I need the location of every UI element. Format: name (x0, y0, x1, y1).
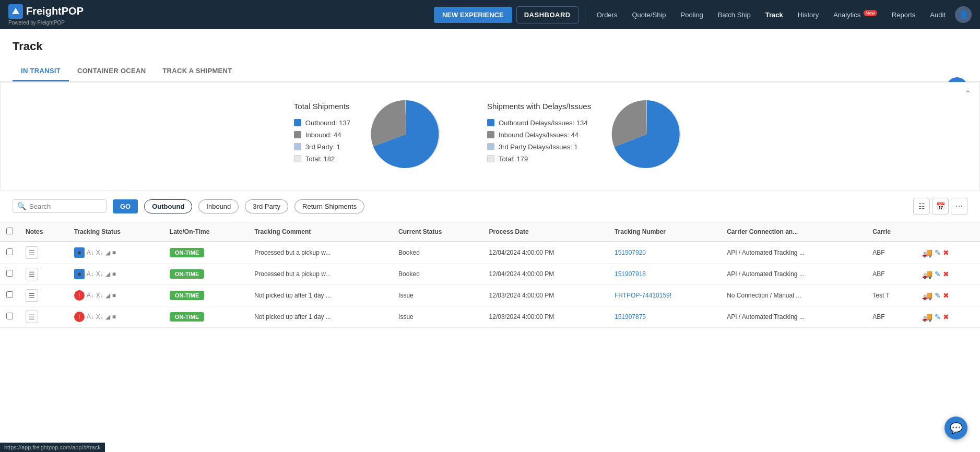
row-carrier-cell: Test T (866, 285, 916, 306)
notes-icon[interactable]: ☰ (26, 311, 38, 323)
tracking-number-link[interactable]: FRTPOP-74410159! (615, 292, 671, 299)
user-avatar[interactable]: 👤 (955, 6, 972, 23)
nav-orders[interactable]: Orders (592, 7, 623, 23)
collapse-button[interactable]: ⌃ (964, 89, 971, 99)
truck-icon[interactable]: 🚚 (922, 248, 932, 258)
legend-inbound-delays: Inbound Delays/Issues: 44 (487, 131, 591, 139)
tab-track-shipment[interactable]: TRACK A SHIPMENT (154, 62, 240, 81)
nav-history[interactable]: History (793, 7, 824, 23)
col-actions (916, 222, 980, 242)
tracking-number-link[interactable]: 151907918 (615, 270, 646, 278)
legend-dot-total-d (487, 155, 494, 162)
row-carrier-connection-cell: API / Automated Tracking ... (721, 242, 866, 264)
status-red-icon: ! (74, 312, 85, 322)
table-row: ☰ ! A↓ X↓ ◢ ■ ON-TIME Not picked up afte… (0, 285, 980, 306)
row-action-cell: 🚚 ✎ ✖ (916, 242, 980, 264)
select-all-checkbox[interactable] (6, 228, 13, 234)
delays-legend: Shipments with Delays/Issues Outbound De… (487, 102, 591, 167)
tracking-icon-3[interactable]: ◢ (105, 292, 110, 299)
filter-chip-return[interactable]: Return Shipments (294, 199, 364, 213)
nav-track[interactable]: Track (760, 7, 788, 23)
col-tracking-comment: Tracking Comment (248, 222, 392, 242)
more-options-button[interactable]: ⋯ (951, 198, 967, 215)
new-badge: New (864, 10, 877, 16)
truck-icon[interactable]: 🚚 (922, 312, 932, 322)
tracking-icon-4[interactable]: ■ (112, 249, 116, 256)
notes-icon[interactable]: ☰ (26, 289, 38, 302)
row-action-icons: 🚚 ✎ ✖ (922, 291, 974, 301)
tracking-icon-3[interactable]: ◢ (105, 270, 110, 278)
col-tracking-number: Tracking Number (608, 222, 721, 242)
logo: FreightPOP (8, 4, 84, 19)
go-button[interactable]: GO (113, 199, 138, 213)
row-tracking-status-cell: ! A↓ X↓ ◢ ■ (68, 285, 163, 306)
edit-icon[interactable]: ✎ (935, 270, 941, 278)
edit-icon[interactable]: ✎ (935, 248, 941, 257)
delete-icon[interactable]: ✖ (943, 313, 949, 321)
tracking-icon-1[interactable]: A↓ (87, 292, 94, 299)
page-content: Track IN TRANSIT CONTAINER OCEAN TRACK A… (0, 29, 980, 452)
filter-bar: 🔍 GO Outbound Inbound 3rd Party Return S… (0, 191, 980, 222)
status-blue-icon: ◾ (74, 247, 85, 258)
new-experience-button[interactable]: NEW EXPERIENCE (434, 7, 512, 23)
nav-pooling[interactable]: Pooling (675, 7, 708, 23)
on-time-badge: ON-TIME (170, 312, 204, 322)
tracking-icon-4[interactable]: ■ (112, 313, 116, 320)
tab-container-ocean[interactable]: CONTAINER OCEAN (69, 62, 154, 81)
tracking-icon-1[interactable]: A↓ (87, 270, 94, 278)
row-checkbox[interactable] (6, 313, 13, 319)
filter-chip-outbound[interactable]: Outbound (144, 199, 192, 213)
delete-icon[interactable]: ✖ (943, 291, 949, 300)
legend-dot-total (294, 155, 301, 162)
tracking-number-link[interactable]: 151907920 (615, 249, 646, 256)
total-shipments-legend: Total Shipments Outbound: 137 Inbound: 4… (294, 102, 350, 167)
tracking-icon-4[interactable]: ■ (112, 292, 116, 299)
truck-icon[interactable]: 🚚 (922, 269, 932, 279)
tab-in-transit[interactable]: IN TRANSIT (13, 62, 69, 81)
row-status-cell: Booked (392, 264, 482, 285)
row-checkbox-cell (0, 306, 19, 328)
calendar-view-button[interactable]: 📅 (932, 198, 949, 215)
nav-quote-ship[interactable]: Quote/Ship (627, 7, 671, 23)
nav-analytics[interactable]: Analytics New (828, 6, 882, 23)
search-wrap: 🔍 (13, 199, 107, 213)
row-carrier-cell: ABF (866, 242, 916, 264)
col-current-status: Current Status (392, 222, 482, 242)
tracking-icon-3[interactable]: ◢ (105, 249, 110, 256)
truck-icon[interactable]: 🚚 (922, 291, 932, 301)
row-late-on-time-cell: ON-TIME (163, 306, 248, 328)
row-checkbox[interactable] (6, 270, 13, 277)
row-process-date-cell: 12/04/2024 4:00:00 PM (483, 242, 608, 264)
search-input[interactable] (29, 203, 92, 210)
tracking-icon-1[interactable]: A↓ (87, 249, 94, 256)
filter-chip-inbound[interactable]: Inbound (198, 199, 239, 213)
nav-audit[interactable]: Audit (925, 7, 951, 23)
nav-batch-ship[interactable]: Batch Ship (713, 7, 756, 23)
filter-chip-3rdparty[interactable]: 3rd Party (245, 199, 288, 213)
delete-icon[interactable]: ✖ (943, 248, 949, 257)
tracking-icon-2[interactable]: X↓ (96, 313, 103, 320)
notes-icon[interactable]: ☰ (26, 268, 38, 280)
list-view-button[interactable]: ☷ (913, 198, 930, 215)
tracking-icon-1[interactable]: A↓ (87, 313, 94, 320)
chat-bubble[interactable]: 💬 (944, 417, 967, 439)
row-checkbox[interactable] (6, 248, 13, 255)
edit-icon[interactable]: ✎ (935, 313, 941, 321)
row-checkbox[interactable] (6, 291, 13, 298)
tracking-number-link[interactable]: 151907875 (615, 313, 646, 320)
notes-icon[interactable]: ☰ (26, 246, 38, 259)
row-tracking-icons: ! A↓ X↓ ◢ ■ (74, 312, 157, 322)
tracking-icon-3[interactable]: ◢ (105, 313, 110, 320)
dashboard-button[interactable]: DASHBOARD (516, 6, 578, 23)
col-process-date: Process Date (483, 222, 608, 242)
tracking-icon-2[interactable]: X↓ (96, 292, 103, 299)
delete-icon[interactable]: ✖ (943, 270, 949, 278)
nav-reports[interactable]: Reports (887, 7, 921, 23)
row-tracking-number-cell: 151907875 (608, 306, 721, 328)
tracking-icon-2[interactable]: X↓ (96, 249, 103, 256)
tracking-icon-2[interactable]: X↓ (96, 270, 103, 278)
shipments-table: Notes Tracking Status Late/On-Time Track… (0, 222, 980, 328)
row-late-on-time-cell: ON-TIME (163, 264, 248, 285)
edit-icon[interactable]: ✎ (935, 291, 941, 300)
tracking-icon-4[interactable]: ■ (112, 270, 116, 278)
